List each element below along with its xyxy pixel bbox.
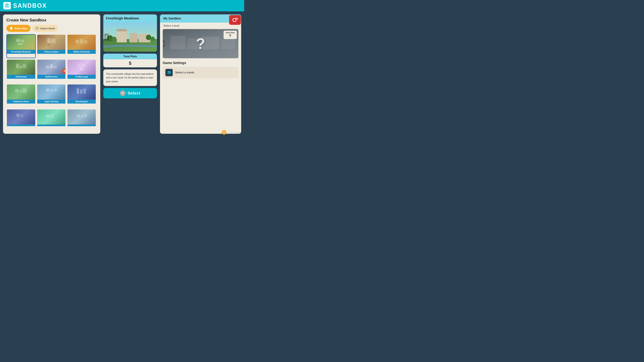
map-row4a-label	[7, 124, 35, 126]
svg-rect-34	[83, 89, 86, 94]
svg-rect-17	[20, 65, 22, 68]
svg-rect-33	[80, 89, 82, 94]
map-item-pebberley[interactable]: Pebberley Ruins	[6, 84, 36, 108]
map-preview-image	[103, 22, 157, 52]
map-item-mitton[interactable]: Mitton University	[67, 34, 96, 58]
tab-select-mode[interactable]: Select Mode	[32, 25, 58, 32]
map-item-row4c[interactable]	[67, 109, 96, 131]
tab-select-map-label: Select Map	[14, 27, 28, 30]
svg-rect-27	[19, 90, 22, 92]
map-preview-arrow-left[interactable]	[104, 33, 109, 40]
right-preview-arrow[interactable]	[163, 41, 165, 47]
svg-rect-25	[80, 68, 83, 70]
svg-rect-19	[46, 65, 49, 68]
svg-rect-29	[46, 89, 50, 91]
mode-select-row[interactable]: Select a mode	[163, 67, 238, 78]
svg-point-51	[151, 37, 155, 41]
middle-panel: Freshleigh Meadows	[103, 14, 157, 134]
plots-value: 5	[103, 59, 157, 67]
svg-rect-31	[54, 89, 57, 91]
svg-rect-41	[84, 114, 87, 117]
map-item-noblestead[interactable]: Noblestead	[6, 59, 36, 83]
svg-rect-15	[84, 40, 87, 43]
svg-rect-44	[117, 31, 127, 42]
svg-rect-6	[37, 28, 38, 28]
map-preview-card: Freshleigh Meadows	[103, 14, 157, 52]
map-grid: Freshleigh Meadows Piazza Lanatra	[6, 34, 97, 130]
right-preview-area: ? Total Plots ?	[163, 29, 238, 58]
tab-select-map[interactable]: Select Map	[6, 25, 30, 32]
svg-rect-45	[117, 29, 127, 31]
map-freshleigh-label: Freshleigh Meadows	[7, 50, 35, 54]
map-item-piazza[interactable]: Piazza Lanatra	[37, 34, 66, 58]
game-settings-section: Game Settings Select a mode	[163, 61, 238, 78]
map-piazza-label: Piazza Lanatra	[37, 50, 66, 54]
map-item-row4b[interactable]	[37, 109, 66, 131]
svg-rect-11	[51, 39, 56, 43]
right-panel: My Sandbox Select a level	[160, 14, 241, 134]
map-item-fluffborough[interactable]: Fluffborough	[67, 59, 96, 83]
svg-rect-7	[16, 39, 20, 42]
map-item-row4a[interactable]	[6, 109, 36, 131]
tab-row: Select Map Select Mode	[6, 25, 97, 32]
sandbox-icon	[3, 2, 11, 9]
total-plots-badge-value: ?	[226, 34, 235, 38]
svg-rect-28	[23, 88, 27, 93]
main-content: Create New Sandbox Select Map Select Mod…	[0, 11, 244, 137]
svg-rect-37	[46, 115, 50, 118]
svg-point-49	[112, 37, 116, 41]
svg-rect-21	[54, 66, 57, 68]
svg-rect-38	[51, 114, 54, 118]
map-row4b-label	[37, 124, 66, 126]
panel-title: Create New Sandbox	[6, 18, 97, 22]
svg-rect-32	[77, 88, 79, 94]
map-item-spiffinmoore[interactable]: Spiffinmoore R	[37, 59, 66, 83]
map-spiffinmoore-label: Spiffinmoore	[37, 75, 66, 79]
select-button[interactable]: ✕ Select	[103, 88, 157, 98]
svg-rect-40	[81, 115, 83, 117]
game-settings-title: Game Settings	[163, 61, 238, 65]
tab-select-mode-label: Select Mode	[40, 27, 55, 30]
header-bar: SANDBOX	[0, 0, 244, 11]
select-label: Select	[128, 91, 140, 95]
svg-rect-14	[80, 39, 83, 43]
svg-rect-39	[77, 114, 80, 117]
header-title: SANDBOX	[13, 2, 47, 9]
left-panel: Create New Sandbox Select Map Select Mod…	[3, 14, 100, 134]
map-item-upper-etching[interactable]: Upper Etching	[37, 84, 66, 108]
reset-button[interactable]	[229, 15, 241, 25]
svg-rect-8	[21, 40, 24, 42]
plots-card: Total Plots 5	[103, 54, 157, 67]
map-preview-header: Freshleigh Meadows	[103, 14, 157, 22]
r-badge: R	[62, 69, 66, 73]
total-plots-badge-label: Total Plots	[226, 32, 235, 34]
svg-rect-36	[21, 114, 23, 117]
svg-rect-46	[129, 33, 138, 42]
watermark: G THEGAMER	[222, 130, 241, 135]
svg-point-50	[146, 35, 151, 40]
map-pebberley-label: Pebberley Ruins	[7, 99, 35, 104]
map-item-freshleigh[interactable]: Freshleigh Meadows	[6, 34, 36, 58]
cancel-icon: ✕	[120, 90, 126, 96]
watermark-text: THEGAMER	[228, 131, 241, 134]
map-noblestead-label: Noblestead	[7, 75, 35, 79]
map-item-blundergrad[interactable]: Blundergrad	[67, 84, 96, 108]
svg-rect-16	[16, 63, 19, 68]
map-blundergrad-label: Blundergrad	[68, 99, 96, 104]
svg-rect-26	[15, 89, 18, 92]
svg-rect-56	[221, 39, 234, 49]
svg-rect-9	[18, 43, 23, 45]
map-fluffborough-label: Fluffborough	[68, 75, 96, 79]
svg-point-12	[48, 43, 50, 46]
svg-point-1	[6, 5, 8, 6]
mode-label: Select a mode	[175, 71, 194, 74]
svg-rect-5	[36, 28, 37, 28]
svg-rect-4	[36, 27, 38, 29]
svg-rect-20	[50, 64, 53, 68]
description-card: This countryside college has low expecta…	[103, 69, 157, 86]
map-upper-etching-label: Upper Etching	[37, 99, 66, 104]
map-mitton-label: Mitton University	[68, 50, 96, 54]
svg-rect-10	[47, 38, 50, 43]
svg-rect-13	[76, 40, 79, 43]
total-plots-badge: Total Plots ?	[224, 31, 237, 39]
